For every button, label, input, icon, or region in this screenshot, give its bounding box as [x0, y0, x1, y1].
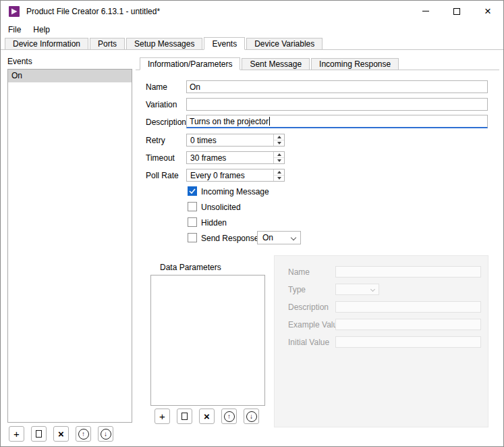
incoming-message-label: Incoming Message	[201, 187, 269, 196]
events-list[interactable]: On	[7, 69, 132, 423]
hidden-checkbox[interactable]	[188, 217, 197, 227]
minimize-icon	[422, 11, 429, 11]
send-response-label: Send Response	[201, 234, 258, 243]
copy-icon	[181, 413, 188, 420]
retry-value: 0 times	[190, 136, 217, 145]
maximize-button[interactable]	[441, 1, 472, 22]
close-button[interactable]: ×	[472, 1, 503, 22]
description-value: Turns on the projector	[190, 117, 269, 126]
param-description-input	[335, 301, 481, 313]
param-description-label: Description	[288, 303, 329, 312]
param-type-label: Type	[288, 285, 306, 294]
close-icon: ×	[484, 5, 491, 17]
spin-down-icon	[277, 142, 281, 144]
title-bar[interactable]: Product File Creator 6.13.1 - untitled* …	[1, 1, 503, 22]
incoming-message-checkbox[interactable]	[188, 186, 197, 196]
spin-up-icon	[277, 136, 281, 138]
spin-up-icon	[277, 153, 281, 156]
subtab-information-parameters[interactable]: Information/Parameters	[140, 57, 240, 70]
maximize-icon	[453, 8, 460, 15]
tab-device-information[interactable]: Device Information	[5, 38, 88, 49]
app-window: Product File Creator 6.13.1 - untitled* …	[0, 0, 504, 447]
spinner-arrows	[273, 134, 284, 146]
plus-icon: +	[159, 411, 165, 421]
parameter-delete-button[interactable]: ×	[199, 409, 215, 424]
send-response-dropdown-value: On	[262, 233, 273, 242]
name-label: Name	[146, 82, 167, 92]
retry-label: Retry	[146, 136, 165, 145]
subtab-sent-message[interactable]: Sent Message	[242, 58, 310, 70]
parameter-move-down-button[interactable]: ↓	[244, 409, 259, 424]
arrow-up-icon: ↑	[224, 411, 235, 422]
menu-bar: File Help	[1, 22, 503, 37]
param-name-input	[335, 266, 481, 278]
events-list-item-on[interactable]: On	[8, 70, 132, 82]
spin-up-icon	[277, 171, 281, 174]
spin-down-button[interactable]	[274, 140, 284, 146]
data-parameters-heading: Data Parameters	[160, 263, 221, 272]
menu-file[interactable]: File	[2, 23, 27, 36]
check-icon	[189, 188, 196, 194]
spinner-arrows	[273, 169, 284, 181]
parameter-duplicate-button[interactable]	[177, 409, 192, 424]
app-icon	[9, 6, 20, 17]
description-input[interactable]: Turns on the projector	[186, 115, 488, 128]
tab-setup-messages[interactable]: Setup Messages	[126, 38, 202, 49]
chevron-down-icon	[370, 287, 375, 292]
tab-device-variables[interactable]: Device Variables	[246, 38, 323, 49]
event-add-button[interactable]: +	[9, 426, 24, 442]
send-response-checkbox[interactable]	[188, 233, 197, 242]
param-name-label: Name	[288, 267, 310, 277]
parameter-add-button[interactable]: +	[155, 409, 170, 424]
tab-ports[interactable]: Ports	[90, 38, 125, 49]
poll-rate-spinner[interactable]: Every 0 frames	[186, 169, 285, 182]
variation-input[interactable]	[186, 98, 488, 111]
event-sub-tab-strip: Information/Parameters Sent Message Inco…	[136, 57, 499, 70]
tab-events[interactable]: Events	[204, 37, 245, 50]
event-move-down-button[interactable]: ↓	[98, 426, 113, 442]
data-parameters-list[interactable]	[150, 275, 265, 406]
timeout-value: 30 frames	[190, 153, 226, 163]
main-tab-strip: Device Information Ports Setup Messages …	[1, 37, 503, 50]
spin-down-button[interactable]	[274, 175, 284, 181]
name-input[interactable]	[186, 80, 488, 93]
param-example-value-label: Example Value	[288, 320, 342, 330]
spin-down-icon	[277, 177, 281, 180]
description-label: Description	[146, 117, 186, 127]
spin-up-button[interactable]	[274, 152, 284, 157]
retry-spinner[interactable]: 0 times	[186, 134, 285, 147]
spin-down-icon	[277, 159, 281, 162]
arrow-down-icon: ↓	[246, 411, 257, 422]
minimize-button[interactable]	[410, 1, 441, 22]
spin-up-button[interactable]	[274, 169, 284, 175]
spin-down-button[interactable]	[274, 157, 284, 163]
event-move-up-button[interactable]: ↑	[76, 426, 91, 442]
arrow-up-icon: ↑	[78, 429, 89, 440]
menu-help[interactable]: Help	[27, 23, 56, 36]
send-response-dropdown[interactable]: On	[257, 231, 301, 244]
copy-icon	[36, 430, 42, 438]
variation-label: Variation	[146, 100, 177, 109]
unsolicited-checkbox[interactable]	[188, 202, 197, 211]
param-type-dropdown	[335, 284, 379, 295]
arrow-down-icon: ↓	[101, 429, 111, 440]
hidden-label: Hidden	[201, 218, 227, 228]
param-initial-value-input	[335, 336, 481, 348]
parameter-move-up-button[interactable]: ↑	[221, 409, 237, 424]
param-initial-value-label: Initial Value	[288, 338, 329, 347]
delete-icon: ×	[58, 429, 64, 439]
spinner-arrows	[273, 152, 284, 163]
delete-icon: ×	[204, 411, 210, 421]
timeout-spinner[interactable]: 30 frames	[186, 151, 285, 164]
event-duplicate-button[interactable]	[31, 426, 47, 442]
chevron-down-icon	[291, 235, 296, 240]
plus-icon: +	[13, 429, 20, 439]
text-caret	[269, 117, 270, 126]
spin-up-button[interactable]	[274, 134, 284, 140]
events-heading: Events	[7, 57, 32, 66]
event-delete-button[interactable]: ×	[53, 426, 69, 442]
timeout-label: Timeout	[146, 153, 175, 163]
parameter-details-panel: Name Type Description Example Value Init…	[274, 255, 488, 427]
window-controls: ×	[410, 1, 503, 22]
subtab-incoming-response[interactable]: Incoming Response	[311, 58, 399, 70]
